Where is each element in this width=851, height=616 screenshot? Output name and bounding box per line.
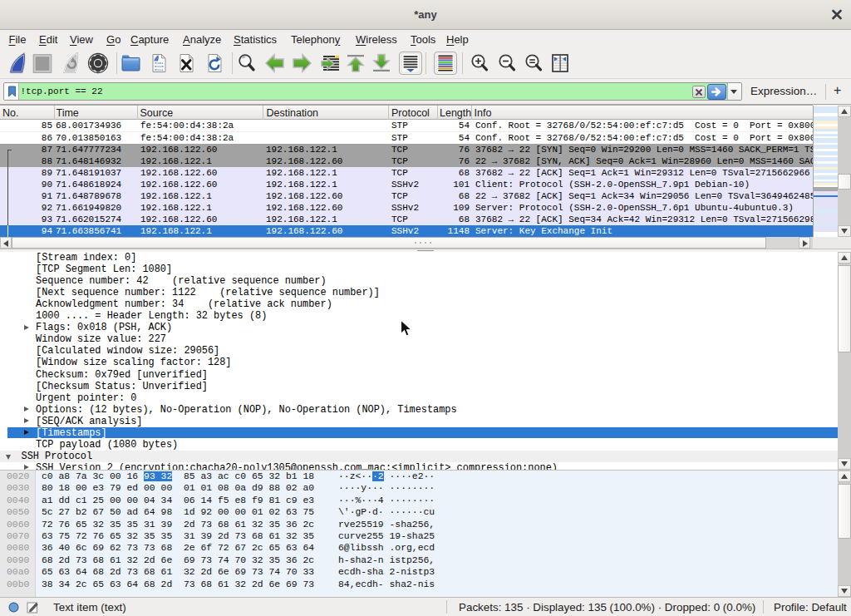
svg-text:0111: 0111 <box>155 67 164 71</box>
